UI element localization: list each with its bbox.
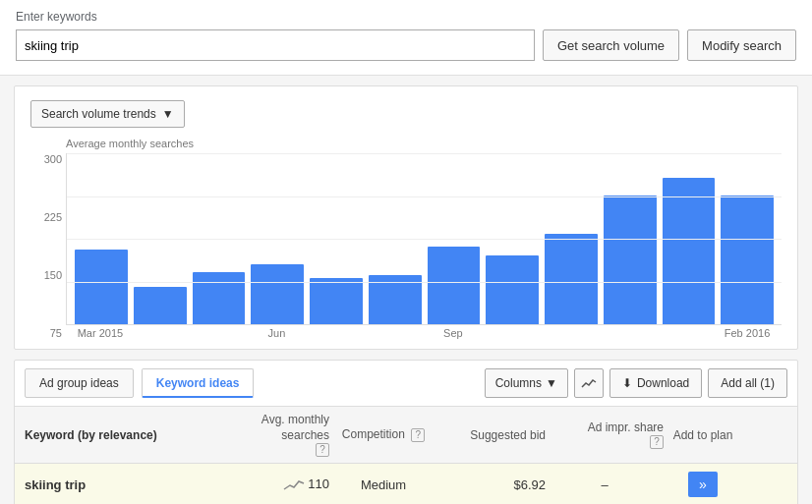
- columns-button[interactable]: Columns ▼: [485, 368, 568, 398]
- col-avg-header: Avg. monthly searches ?: [221, 413, 329, 457]
- bar-col-1: [134, 287, 187, 324]
- keyword-input[interactable]: [16, 29, 535, 61]
- col-keyword-header: Keyword (by relevance): [25, 428, 221, 442]
- x-label-9: [603, 327, 656, 339]
- col-competition-header: Competition ?: [329, 427, 437, 442]
- ad-impr-cell: –: [546, 477, 664, 492]
- download-icon: ⬇: [622, 376, 632, 390]
- keyword-ideas-tab[interactable]: Keyword ideas: [142, 368, 255, 398]
- x-label-5: [368, 327, 421, 339]
- bar-0: [75, 250, 128, 324]
- bar-col-11: [721, 196, 774, 324]
- search-volume-trends-button[interactable]: Search volume trends ▼: [30, 100, 185, 128]
- table-header: Keyword (by relevance) Avg. monthly sear…: [15, 407, 797, 464]
- bar-4: [310, 278, 363, 324]
- x-label-11: Feb 2016: [721, 327, 774, 339]
- bar-col-6: [428, 247, 481, 324]
- bar-3: [251, 264, 304, 324]
- bar-1: [134, 287, 187, 324]
- bar-col-9: [604, 196, 657, 324]
- enter-keywords-label: Enter keywords: [16, 10, 796, 24]
- bar-col-0: [75, 250, 128, 324]
- tabs-toolbar: Ad group ideas Keyword ideas Columns ▼ ⬇…: [15, 361, 797, 407]
- chevron-down-icon: ▼: [546, 376, 557, 390]
- x-label-7: [486, 327, 539, 339]
- add-to-plan-button[interactable]: »: [688, 472, 718, 497]
- col-plan-header: Add to plan: [664, 428, 742, 442]
- x-label-6: Sep: [427, 327, 480, 339]
- download-label: Download: [637, 376, 689, 390]
- chart-container: 300 225 150 75 Mar 2015JunSepFeb 2016: [66, 153, 782, 339]
- ad-impr-value: –: [601, 477, 608, 492]
- bar-col-8: [545, 234, 598, 324]
- bar-8: [545, 234, 598, 324]
- bar-6: [428, 247, 481, 324]
- col-bid-header: Suggested bid: [437, 428, 546, 442]
- download-button[interactable]: ⬇ Download: [609, 368, 702, 398]
- keyword-cell: skiing trip: [25, 477, 221, 492]
- x-label-3: Jun: [250, 327, 303, 339]
- y-tick-75: 75: [50, 327, 62, 339]
- ad-group-ideas-tab[interactable]: Ad group ideas: [25, 368, 134, 398]
- avg-monthly-label: Average monthly searches: [66, 138, 782, 149]
- bid-value: $6.92: [513, 477, 546, 492]
- chart-section: Search volume trends ▼ Average monthly s…: [14, 85, 798, 350]
- table-row: skiing trip 110 Medium $6.92 – »: [15, 464, 797, 504]
- chevron-down-icon: ▼: [162, 107, 174, 121]
- x-label-4: [309, 327, 362, 339]
- x-label-10: [662, 327, 715, 339]
- get-search-volume-button[interactable]: Get search volume: [543, 29, 679, 61]
- y-tick-150: 150: [44, 269, 62, 281]
- keyword-value: skiing trip: [25, 477, 86, 492]
- bar-col-7: [486, 255, 539, 324]
- competition-value: Medium: [361, 477, 406, 492]
- y-axis: 300 225 150 75: [30, 153, 66, 339]
- keyword-input-row: Get search volume Modify search: [16, 29, 796, 61]
- x-label-2: [192, 327, 245, 339]
- line-chart-icon: [581, 377, 597, 389]
- competition-cell: Medium: [329, 477, 437, 492]
- bar-2: [193, 272, 246, 324]
- toolbar-right: Columns ▼ ⬇ Download Add all (1): [485, 368, 787, 398]
- bar-col-3: [251, 264, 304, 324]
- trend-chart-icon-button[interactable]: [574, 368, 604, 398]
- bar-col-2: [193, 272, 246, 324]
- avg-monthly-cell: 110: [221, 476, 329, 493]
- suggested-bid-cell: $6.92: [437, 477, 546, 492]
- chart-bars: [66, 153, 782, 325]
- bar-10: [663, 178, 716, 324]
- y-tick-300: 300: [44, 153, 62, 165]
- bar-7: [486, 255, 539, 324]
- modify-search-button[interactable]: Modify search: [687, 29, 796, 61]
- mini-trend-icon: [283, 476, 305, 492]
- col-impr-header: Ad impr. share ?: [546, 420, 664, 450]
- y-tick-225: 225: [44, 211, 62, 223]
- add-all-button[interactable]: Add all (1): [708, 368, 787, 398]
- avg-monthly-help-icon[interactable]: ?: [316, 443, 329, 457]
- competition-help-icon[interactable]: ?: [411, 428, 425, 442]
- avg-monthly-value: 110: [308, 476, 329, 491]
- ad-impr-help-icon[interactable]: ?: [650, 435, 664, 449]
- bar-col-4: [310, 278, 363, 324]
- bottom-section: Ad group ideas Keyword ideas Columns ▼ ⬇…: [14, 360, 798, 504]
- x-label-1: [133, 327, 186, 339]
- x-labels: Mar 2015JunSepFeb 2016: [66, 327, 782, 339]
- bar-11: [721, 196, 774, 324]
- header-section: Enter keywords Get search volume Modify …: [0, 0, 812, 76]
- x-label-8: [545, 327, 598, 339]
- columns-label: Columns: [495, 376, 542, 390]
- grid-line-top: [67, 153, 782, 154]
- bar-col-10: [663, 178, 716, 324]
- add-to-plan-cell: »: [664, 472, 742, 497]
- bar-col-5: [369, 275, 422, 324]
- bar-9: [604, 196, 657, 324]
- bar-5: [369, 275, 422, 324]
- x-label-0: Mar 2015: [74, 327, 127, 339]
- chart-dropdown-label: Search volume trends: [41, 107, 156, 121]
